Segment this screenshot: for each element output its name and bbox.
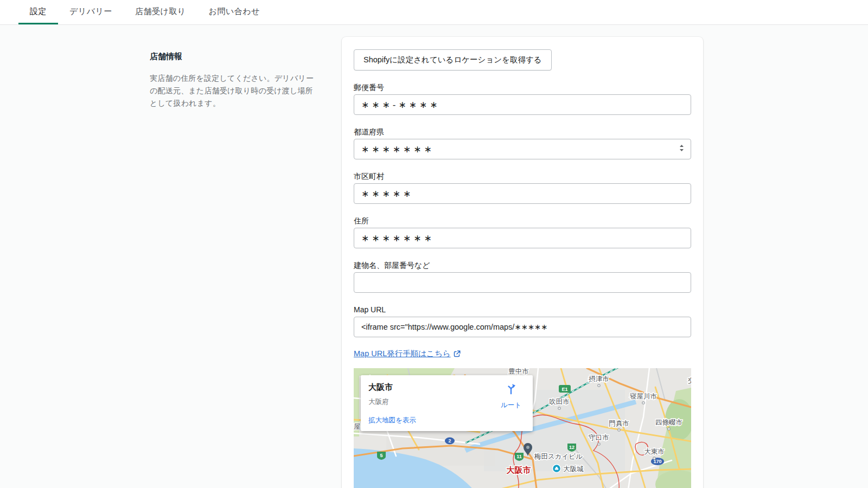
postal-code-label: 郵便番号 [354,82,691,93]
google-map-embed[interactable]: E1 5 11 12 2 [354,368,691,488]
tab-delivery[interactable]: デリバリー [58,0,124,24]
city-input[interactable] [354,183,691,204]
svg-text:大東市: 大東市 [644,448,665,455]
section-help-text: 実店舗の住所を設定してください。デリバリーの配送元、また店舗受け取り時の受け渡し… [150,72,319,110]
building-input[interactable] [354,272,691,293]
address-label: 住所 [354,215,691,226]
map-url-field-group: Map URL [354,304,691,337]
svg-text:寝屋川市: 寝屋川市 [630,393,657,400]
svg-text:芦屋: 芦屋 [354,423,361,431]
tab-bar: 設定 デリバリー 店舗受け取り お問い合わせ [0,0,868,25]
section-title: 店舗情報 [150,52,319,62]
svg-text:摂津市: 摂津市 [589,375,609,383]
prefecture-label: 都道府県 [354,126,691,137]
tab-contact[interactable]: お問い合わせ [197,0,271,24]
map-url-guide-row: Map URL発行手順はこちら [354,349,691,359]
tab-settings[interactable]: 設定 [18,0,58,24]
postal-code-input[interactable] [354,94,691,115]
settings-content: 店舗情報 実店舗の住所を設定してください。デリバリーの配送元、また店舗受け取り時… [0,25,868,488]
prefecture-field-group: 都道府県 ∗∗∗∗∗∗∗ [354,126,691,159]
svg-text:交野市: 交野市 [688,377,691,384]
svg-text:梅田スカイビル: 梅田スカイビル [534,453,583,460]
city-label: 市区町村 [354,171,691,182]
map-route-label: ルート [497,401,525,410]
directions-icon [505,383,517,395]
map-url-guide-link[interactable]: Map URL発行手順はこちら [354,349,461,359]
svg-text:11: 11 [516,454,522,459]
store-info-card: Shopifyに設定されているロケーションを取得する 郵便番号 都道府県 ∗∗∗… [342,37,703,488]
building-field-group: 建物名、部屋番号など [354,260,691,293]
svg-text:四條畷市: 四條畷市 [655,419,682,426]
svg-text:12: 12 [569,445,575,450]
tab-store-pickup[interactable]: 店舗受け取り [124,0,197,24]
city-field-group: 市区町村 [354,171,691,204]
external-link-icon [454,350,461,357]
svg-text:豊中市: 豊中市 [508,368,529,375]
prefecture-select[interactable]: ∗∗∗∗∗∗∗ [354,139,691,159]
svg-text:E1: E1 [561,387,567,392]
address-field-group: 住所 [354,215,691,248]
postal-code-field-group: 郵便番号 [354,82,691,115]
svg-text:2: 2 [448,438,451,444]
svg-text:守口市: 守口市 [589,434,609,441]
svg-text:吹田市: 吹田市 [549,398,570,406]
section-description: 店舗情報 実店舗の住所を設定してください。デリバリーの配送元、また店舗受け取り時… [150,52,319,110]
svg-text:大阪城: 大阪城 [563,465,584,473]
select-updown-icon [679,144,684,154]
osaka-castle-poi-icon[interactable] [553,465,561,473]
map-enlarge-link[interactable]: 拡大地図を表示 [368,416,416,425]
svg-text:大阪市: 大阪市 [507,465,531,474]
svg-text:5: 5 [380,453,382,458]
map-route-button[interactable]: ルート [497,383,525,410]
map-info-card: 大阪市 大阪府 拡大地図を表示 ルート [361,375,533,431]
building-label: 建物名、部屋番号など [354,260,691,271]
svg-text:門真市: 門真市 [609,420,629,427]
map-url-input[interactable] [354,317,691,337]
address-input[interactable] [354,228,691,248]
map-url-guide-link-text: Map URL発行手順はこちら [354,349,451,359]
fetch-shopify-location-button[interactable]: Shopifyに設定されているロケーションを取得する [354,49,552,70]
map-url-label: Map URL [354,304,691,315]
